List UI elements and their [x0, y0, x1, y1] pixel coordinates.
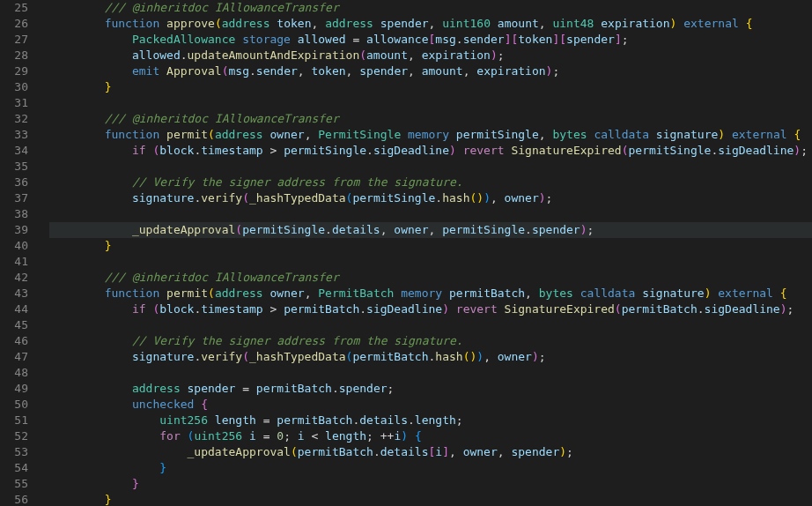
token-br2: ): [794, 144, 801, 157]
code-line[interactable]: [49, 159, 812, 175]
token-fn: hash: [442, 191, 469, 205]
token-s: [401, 128, 408, 141]
code-line[interactable]: _updateApproval(permitSingle.details, ow…: [49, 222, 812, 238]
code-line[interactable]: uint256 length = permitBatch.details.len…: [49, 413, 812, 428]
token-s: [456, 144, 463, 157]
token-br2: ): [780, 302, 787, 316]
token-br1: }: [105, 239, 112, 252]
token-id: permitSingle: [284, 144, 366, 157]
code-line[interactable]: unchecked {: [49, 397, 812, 413]
token-fn: SignatureExpired: [511, 144, 621, 157]
token-id: i: [298, 429, 305, 443]
token-p: ;: [388, 382, 395, 395]
token-s: [739, 17, 746, 30]
code-line[interactable]: function permit(address owner, PermitBat…: [49, 286, 812, 301]
code-line[interactable]: [49, 95, 812, 111]
code-line[interactable]: }: [49, 476, 812, 492]
line-number: 49: [0, 381, 28, 397]
line-number: 32: [0, 111, 28, 127]
token-s: [318, 429, 325, 443]
token-ty: address: [132, 382, 181, 395]
token-s: [373, 17, 380, 30]
code-line[interactable]: /// @inheritdoc IAllowanceTransfer: [49, 0, 812, 16]
line-number: 33: [0, 127, 28, 143]
token-br1: (: [215, 17, 222, 30]
token-s: [49, 191, 132, 205]
line-number: 34: [0, 143, 28, 159]
token-s: [235, 382, 242, 395]
token-c: // Verify the signer address from the si…: [132, 175, 463, 189]
code-line[interactable]: address spender = permitBatch.spender;: [49, 381, 812, 397]
code-line[interactable]: allowed.updateAmountAndExpiration(amount…: [49, 48, 812, 63]
code-line[interactable]: [49, 317, 812, 333]
token-kw: calldata: [580, 286, 636, 300]
token-s: [242, 429, 249, 443]
token-id: details: [332, 223, 380, 236]
token-s: [491, 17, 498, 30]
token-p: .: [359, 302, 366, 316]
code-line[interactable]: }: [49, 79, 812, 95]
code-line[interactable]: if (block.timestamp > permitSingle.sigDe…: [49, 143, 812, 159]
code-line[interactable]: if (block.timestamp > permitBatch.sigDea…: [49, 301, 812, 317]
token-id: permitSingle: [352, 191, 435, 205]
token-br2: (: [235, 223, 242, 236]
token-p: ;: [284, 429, 298, 443]
token-br2: [: [559, 33, 566, 46]
token-id: owner: [270, 286, 305, 300]
code-line[interactable]: /// @inheritdoc IAllowanceTransfer: [49, 111, 812, 127]
code-line[interactable]: function approve(address token, address …: [49, 16, 812, 32]
token-br1: }: [105, 80, 112, 93]
token-s: [49, 445, 188, 458]
token-id: spender: [188, 382, 236, 395]
token-p: .: [181, 48, 188, 62]
code-line[interactable]: // Verify the signer address from the si…: [49, 175, 812, 190]
code-line[interactable]: /// @inheritdoc IAllowanceTransfer: [49, 270, 812, 286]
code-line[interactable]: signature.verify(_hashTypedData(permitBa…: [49, 349, 812, 365]
code-line[interactable]: function permit(address owner, PermitSin…: [49, 127, 812, 143]
token-kw: external: [732, 128, 787, 141]
token-c: /// @inheritdoc IAllowanceTransfer: [105, 271, 339, 284]
token-s: [235, 33, 242, 46]
token-id: spender: [359, 64, 408, 78]
code-line[interactable]: PackedAllowance storage allowed = allowa…: [49, 32, 812, 48]
token-s: [49, 112, 105, 125]
code-line[interactable]: [49, 254, 812, 270]
code-editor[interactable]: 2526272829303132333435363738394041424344…: [0, 0, 812, 506]
token-fn: permit: [166, 128, 208, 141]
token-fn: _hashTypedData: [249, 350, 346, 363]
code-line[interactable]: for (uint256 i = 0; i < length; ++i) {: [49, 428, 812, 444]
token-p: ;: [539, 350, 546, 363]
code-line[interactable]: }: [49, 460, 812, 476]
line-number: 30: [0, 79, 28, 95]
token-fn: hash: [435, 350, 462, 363]
token-id: permitBatch: [277, 413, 352, 427]
token-kw: external: [683, 17, 739, 30]
token-id: timestamp: [201, 144, 262, 157]
token-br3: ): [476, 350, 484, 363]
token-kw: function: [105, 17, 160, 30]
token-br1: {: [780, 286, 787, 300]
line-number: 48: [0, 365, 28, 381]
code-line[interactable]: [49, 365, 812, 381]
token-id: block: [159, 144, 194, 157]
code-area[interactable]: /// @inheritdoc IAllowanceTransfer funct…: [41, 0, 812, 506]
token-id: token: [518, 33, 552, 46]
line-number: 40: [0, 238, 28, 254]
line-number: 45: [0, 317, 28, 333]
token-fn: permit: [166, 286, 208, 300]
token-p: ,: [408, 64, 422, 78]
token-s: [256, 429, 263, 443]
code-line[interactable]: }: [49, 238, 812, 254]
code-line[interactable]: emit Approval(msg.sender, token, spender…: [49, 63, 812, 79]
token-p: ,: [429, 17, 443, 30]
token-br1: {: [746, 17, 753, 30]
code-line[interactable]: // Verify the signer address from the si…: [49, 333, 812, 349]
token-kw: function: [105, 128, 160, 141]
code-line[interactable]: }: [49, 492, 812, 506]
token-kw: unchecked: [132, 398, 194, 411]
token-s: [725, 128, 732, 141]
token-s: [49, 334, 132, 347]
code-line[interactable]: signature.verify(_hashTypedData(permitSi…: [49, 190, 812, 206]
code-line[interactable]: _updateApproval(permitBatch.details[i], …: [49, 444, 812, 460]
code-line[interactable]: [49, 206, 812, 222]
